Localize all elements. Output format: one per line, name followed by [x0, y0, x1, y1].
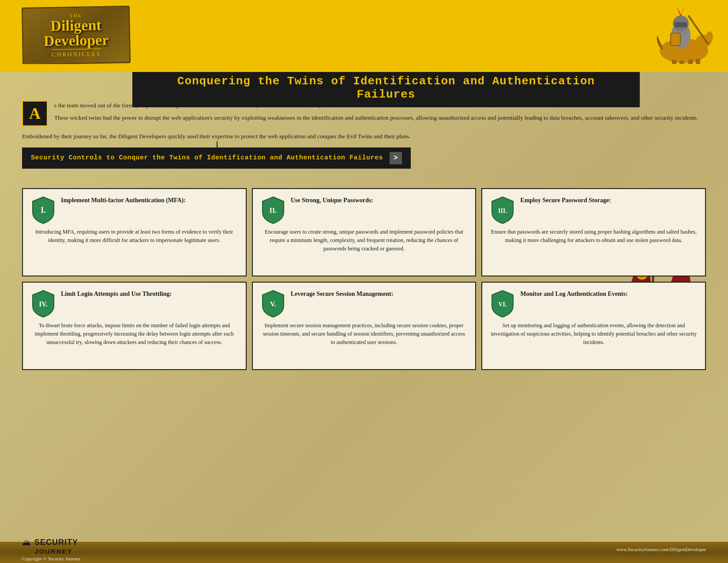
card2-body: Encourage users to create strong, unique…: [261, 228, 468, 253]
card4-title: Limit Login Attempts and Use Throttling:: [61, 290, 172, 299]
card6-body: Set up monitoring and logging of authent…: [490, 321, 697, 347]
card6-header: VI. Monitor and Log Authentication Event…: [490, 290, 697, 318]
control-card-4: IV. Limit Login Attempts and Use Throttl…: [22, 282, 247, 370]
card4-body: To thwart brute force attacks, impose li…: [31, 321, 238, 347]
controls-grid: I. Implement Multi-factor Authentication…: [22, 188, 706, 370]
card3-title: Employ Secure Password Storage:: [520, 196, 611, 205]
footer: ⛰ SECURITY JOURNEY Copyright © Security …: [22, 537, 706, 561]
intro-para2: These wicked twins had the power to disr…: [54, 113, 698, 123]
shield-icon-3: III.: [490, 196, 515, 224]
svg-text:VI.: VI.: [499, 301, 507, 308]
shield-icon-4: IV.: [31, 290, 56, 318]
card2-title: Use Strong, Unique Passwords:: [291, 196, 373, 205]
intro-section: A s the team moved out of the forest, th…: [22, 101, 706, 126]
sj-logo-top: ⛰ SECURITY: [22, 537, 81, 548]
logo-badge: THE DiligentDeveloper CHRONICLES: [22, 6, 131, 65]
card1-title: Implement Multi-factor Authentication (M…: [61, 196, 186, 205]
card1-body: Introducing MFA, requiring users to prov…: [31, 228, 238, 245]
brand-name: SECURITY: [34, 538, 78, 547]
control-card-5: V. Leverage Secure Session Management: I…: [252, 282, 477, 370]
section-banner: Security Controls to Conquer the Twins o…: [22, 147, 411, 169]
svg-text:II.: II.: [269, 207, 276, 214]
shield-icon-5: V.: [261, 290, 285, 318]
brand-sub: JOURNEY: [34, 548, 81, 555]
svg-text:I.: I.: [41, 206, 46, 215]
knight-illustration: [646, 2, 715, 71]
control-card-2: II. Use Strong, Unique Passwords: Encour…: [252, 188, 477, 276]
website-url: www.SecurityJourney.com/DiligentDevelope…: [616, 547, 706, 552]
shield-icon-1: I.: [31, 196, 56, 224]
sj-logo: ⛰ SECURITY JOURNEY Copyright © Security …: [22, 537, 81, 561]
section-banner-label: Security Controls to Conquer the Twins o…: [31, 154, 383, 162]
card3-header: III. Employ Secure Password Storage:: [490, 196, 697, 224]
card5-body: Implement secure session management prac…: [261, 321, 468, 347]
shield-icon-6: VI.: [490, 290, 515, 318]
svg-rect-11: [671, 33, 680, 45]
svg-text:V.: V.: [270, 300, 276, 308]
card1-header: I. Implement Multi-factor Authentication…: [31, 196, 238, 224]
card6-title: Monitor and Log Authentication Events:: [520, 290, 627, 299]
intro-text-block: s the team moved out of the forest, they…: [54, 101, 698, 126]
mountain-icon: ⛰: [22, 537, 31, 548]
section-banner-wrapper: Security Controls to Conquer the Twins o…: [22, 147, 411, 177]
main-content: A s the team moved out of the forest, th…: [0, 93, 728, 542]
intro-para1: s the team moved out of the forest, they…: [54, 101, 698, 110]
connector-top: [217, 141, 218, 147]
card3-body: Ensure that passwords are securely store…: [490, 228, 697, 245]
svg-text:III.: III.: [498, 208, 507, 214]
arrow-button[interactable]: >: [390, 152, 402, 164]
svg-rect-9: [675, 22, 687, 27]
svg-text:IV.: IV.: [39, 300, 48, 308]
yellow-stripe: [0, 64, 728, 72]
svg-point-2: [706, 31, 713, 42]
card5-header: V. Leverage Secure Session Management:: [261, 290, 468, 318]
card4-header: IV. Limit Login Attempts and Use Throttl…: [31, 290, 238, 318]
copyright-text: Copyright © Security Journey: [22, 556, 81, 561]
shield-icon-2: II.: [261, 196, 285, 224]
card5-title: Leverage Secure Session Management:: [291, 290, 394, 299]
control-card-3: III. Employ Secure Password Storage: Ens…: [481, 188, 706, 276]
logo-main-text: DiligentDeveloper: [43, 18, 109, 49]
drop-cap-box: A: [22, 101, 48, 126]
intro-para3: Emboldened by their journey so far, the …: [22, 132, 706, 141]
control-card-1: I. Implement Multi-factor Authentication…: [22, 188, 247, 276]
logo-chronicles: CHRONICLES: [52, 49, 101, 58]
drop-cap-letter: A: [29, 104, 41, 123]
card2-header: II. Use Strong, Unique Passwords:: [261, 196, 468, 224]
control-card-6: VI. Monitor and Log Authentication Event…: [481, 282, 706, 370]
